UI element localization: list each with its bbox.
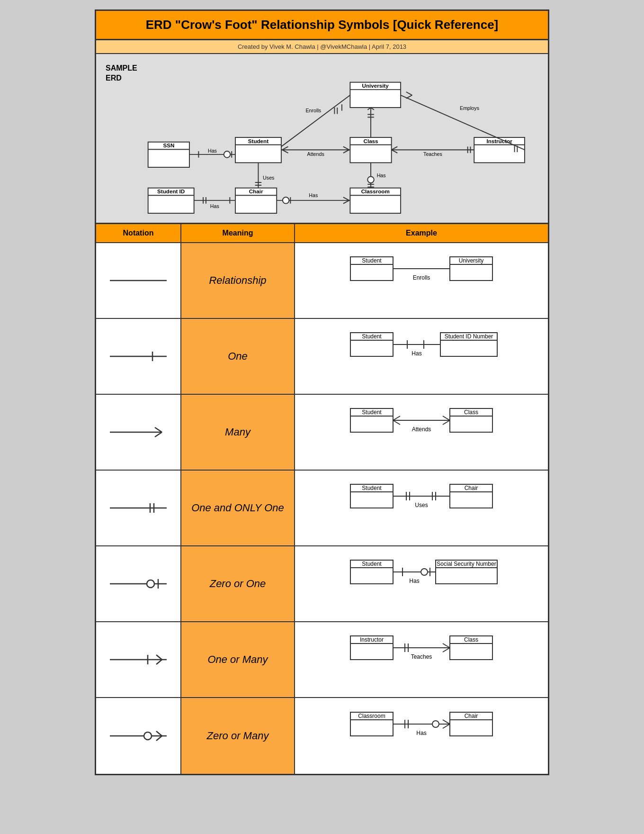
svg-text:Student: Student: [362, 485, 382, 491]
svg-text:Student: Student: [362, 333, 382, 340]
svg-text:Class: Class: [464, 409, 478, 416]
header-example: Example: [295, 224, 548, 242]
example-one: Student Student ID Number Has: [295, 319, 548, 394]
header-meaning: Meaning: [181, 224, 295, 242]
svg-line-111: [443, 420, 450, 425]
table-row-relationship: Relationship Student University Enrolls: [96, 243, 548, 319]
notation-zero-or-one: [96, 546, 181, 621]
svg-text:Student: Student: [362, 561, 382, 567]
svg-line-172: [443, 720, 450, 724]
svg-text:Chair: Chair: [465, 713, 478, 719]
svg-line-160: [156, 731, 162, 736]
svg-text:Teaches: Teaches: [423, 151, 442, 157]
notation-relationship: [96, 243, 181, 318]
svg-point-159: [144, 732, 152, 740]
notation-one-only: [96, 471, 181, 545]
svg-text:Has: Has: [208, 148, 217, 154]
svg-text:Student ID Number: Student ID Number: [445, 333, 493, 340]
erd-label: SAMPLEERD: [106, 63, 137, 83]
meaning-many: Many: [181, 395, 295, 470]
table-row-zero-or-one: Zero or One Student Social Security Numb…: [96, 546, 548, 622]
erd-canvas: SSN Student ID Student Chair University: [143, 62, 538, 213]
table-row-zero-or-many: Zero or Many Classroom Chair: [96, 698, 548, 774]
example-zero-or-one: Student Social Security Number Has: [295, 546, 548, 621]
notation-one: [96, 319, 181, 394]
svg-text:Student: Student: [248, 138, 268, 144]
erd-sample-section: SAMPLEERD SSN Student ID Student Cha: [96, 54, 548, 224]
meaning-zero-or-one: Zero or One: [181, 546, 295, 621]
svg-text:Enrolls: Enrolls: [413, 274, 430, 281]
svg-text:Employs: Employs: [460, 105, 479, 111]
svg-text:Has: Has: [409, 578, 419, 584]
svg-text:University: University: [362, 82, 389, 89]
svg-point-73: [367, 176, 374, 183]
svg-text:Chair: Chair: [249, 188, 263, 194]
svg-text:Student ID: Student ID: [157, 188, 185, 194]
table-header: Notation Meaning Example: [96, 224, 548, 243]
svg-text:Enrolls: Enrolls: [306, 108, 322, 113]
svg-text:Uses: Uses: [415, 502, 428, 508]
svg-point-52: [283, 197, 289, 204]
svg-line-109: [393, 420, 400, 425]
meaning-zero-or-many: Zero or Many: [181, 698, 295, 774]
svg-line-173: [443, 724, 450, 728]
svg-text:Teaches: Teaches: [411, 653, 432, 660]
svg-line-155: [443, 644, 450, 648]
svg-point-26: [224, 151, 231, 158]
svg-line-44: [343, 146, 349, 150]
svg-text:Student: Student: [362, 257, 382, 264]
svg-text:Chair: Chair: [465, 485, 478, 491]
svg-line-67: [392, 146, 398, 150]
svg-text:Has: Has: [416, 730, 426, 736]
svg-line-145: [156, 660, 162, 664]
svg-line-51: [343, 200, 349, 204]
svg-text:Instructor: Instructor: [360, 636, 384, 643]
subtitle-bar: Created by Vivek M. Chawla | @VivekMChaw…: [96, 40, 548, 54]
svg-text:Class: Class: [464, 636, 478, 643]
svg-text:SSN: SSN: [163, 142, 174, 148]
svg-text:Uses: Uses: [263, 175, 274, 181]
svg-text:University: University: [459, 257, 484, 264]
svg-text:Attends: Attends: [307, 151, 324, 157]
svg-line-55: [401, 95, 525, 150]
svg-text:Classroom: Classroom: [358, 713, 385, 719]
example-many: Student Class Attends: [295, 395, 548, 470]
svg-text:Class: Class: [364, 138, 378, 144]
svg-line-47: [282, 150, 288, 153]
svg-text:Has: Has: [309, 192, 318, 198]
svg-text:Attends: Attends: [412, 426, 431, 433]
erd-lines-svg: SSN Student ID Student Chair University: [143, 62, 538, 213]
header-notation: Notation: [96, 224, 181, 242]
meaning-one-or-many: One or Many: [181, 622, 295, 697]
page: ERD "Crow's Foot" Relationship Symbols […: [95, 9, 549, 775]
svg-point-171: [432, 721, 439, 727]
svg-text:Classroom: Classroom: [361, 188, 390, 194]
notation-many: [96, 395, 181, 470]
svg-text:Has: Has: [411, 350, 421, 357]
svg-line-144: [156, 655, 162, 660]
svg-line-38: [281, 95, 350, 147]
svg-text:Has: Has: [210, 203, 219, 209]
svg-point-139: [421, 569, 428, 575]
notation-zero-or-many: [96, 698, 181, 774]
svg-point-129: [147, 580, 154, 588]
svg-text:Has: Has: [377, 172, 386, 178]
svg-line-46: [282, 146, 288, 150]
table-row-one-only: One and ONLY One Student Chair: [96, 471, 548, 546]
notation-one-or-many: [96, 622, 181, 697]
example-zero-or-many: Classroom Chair Has: [295, 698, 548, 774]
svg-line-60: [406, 95, 412, 99]
svg-line-161: [156, 736, 162, 741]
meaning-relationship: Relationship: [181, 243, 295, 318]
meaning-one-only: One and ONLY One: [181, 471, 295, 545]
svg-line-50: [343, 197, 349, 200]
svg-line-68: [392, 150, 398, 153]
svg-text:Student: Student: [362, 409, 382, 416]
svg-line-108: [393, 416, 400, 420]
table-section: Notation Meaning Example Relationship St…: [96, 224, 548, 774]
table-row-many: Many Student Class Attends: [96, 395, 548, 471]
svg-line-110: [443, 416, 450, 420]
example-one-or-many: Instructor Class Teaches: [295, 622, 548, 697]
svg-line-45: [343, 150, 349, 153]
page-title: ERD "Crow's Foot" Relationship Symbols […: [96, 11, 548, 40]
